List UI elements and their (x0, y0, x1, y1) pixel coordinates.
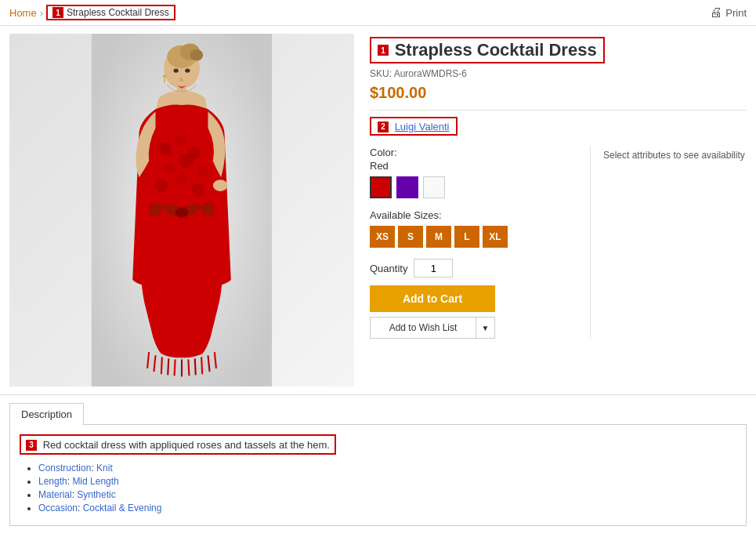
product-layout: 1 Strapless Cocktail Dress SKU: AuroraWM… (0, 26, 756, 394)
product-image-svg (9, 34, 354, 386)
svg-point-30 (163, 74, 166, 78)
product-image (9, 34, 354, 386)
svg-point-27 (213, 180, 228, 191)
product-title-wrap: 1 Strapless Cocktail Dress (370, 37, 605, 63)
size-btn-m[interactable]: M (426, 226, 451, 248)
sku-value: AuroraWMDRS-6 (394, 68, 467, 79)
spec-value: Mid Length (72, 476, 118, 487)
color-name: Red (370, 160, 582, 172)
quantity-row: Quantity (370, 259, 582, 278)
size-btn-xl[interactable]: XL (483, 226, 508, 248)
spec-label: Construction (38, 463, 91, 474)
availability-text: Select attributes to see availability (603, 150, 745, 161)
breadcrumb-current-label: Strapless Cocktail Dress (67, 7, 169, 18)
print-label: Print (725, 7, 747, 19)
desc-tab[interactable]: Description (9, 403, 84, 425)
desc-text: Red cocktail dress with appliqued roses … (43, 439, 330, 451)
spec-item: Occasion: Cocktail & Evening (38, 503, 736, 513)
add-wish-button[interactable]: Add to Wish List (370, 317, 476, 339)
desc-num: 3 (26, 440, 37, 451)
swatch-red[interactable] (370, 176, 392, 198)
svg-line-19 (168, 358, 168, 375)
spec-value: Cocktail & Evening (83, 503, 162, 513)
sku-label: SKU: (370, 68, 392, 79)
qty-input[interactable] (414, 259, 453, 278)
svg-line-18 (161, 357, 162, 374)
svg-line-20 (175, 359, 175, 376)
svg-line-22 (188, 359, 189, 376)
attr-avail-row: Color: Red Available Sizes: XSSMLXL Quan… (370, 147, 747, 339)
size-btn-xs[interactable]: XS (370, 226, 395, 248)
product-details: 1 Strapless Cocktail Dress SKU: AuroraWM… (370, 34, 747, 386)
svg-point-28 (174, 68, 179, 72)
svg-point-12 (154, 179, 168, 192)
breadcrumb-current: 1 Strapless Cocktail Dress (46, 5, 175, 20)
svg-line-23 (195, 358, 196, 375)
chevron-down-icon: ▼ (482, 324, 490, 332)
size-btn-s[interactable]: S (398, 226, 423, 248)
spec-label: Material (38, 489, 72, 500)
print-icon: 🖨 (710, 5, 722, 20)
add-to-cart-button[interactable]: Add to Cart (370, 285, 495, 312)
svg-point-11 (197, 165, 208, 177)
color-swatches (370, 176, 582, 198)
attr-section: Color: Red Available Sizes: XSSMLXL Quan… (370, 147, 590, 339)
svg-point-10 (179, 154, 194, 169)
print-button[interactable]: 🖨 Print (710, 5, 747, 20)
product-image-wrap (9, 34, 354, 386)
spec-item: Material: Synthetic (38, 489, 736, 500)
breadcrumb-sep: › (40, 7, 43, 19)
page-wrapper: Home › 1 Strapless Cocktail Dress 🖨 Prin… (0, 0, 756, 534)
svg-point-4 (190, 49, 203, 61)
sku: SKU: AuroraWMDRS-6 (370, 68, 747, 79)
price: $100.00 (370, 84, 747, 102)
brand-wrap: 2 Luigi Valenti (370, 117, 458, 136)
product-title: Strapless Cocktail Dress (395, 40, 597, 60)
divider (370, 110, 747, 111)
specs-list: Construction: KnitLength: Mid LengthMate… (20, 463, 736, 513)
breadcrumb: Home › 1 Strapless Cocktail Dress (9, 5, 175, 20)
wish-row: Add to Wish List ▼ (370, 317, 495, 339)
desc-content: 3 Red cocktail dress with appliqued rose… (9, 424, 747, 526)
svg-point-6 (159, 142, 172, 155)
wish-dropdown-button[interactable]: ▼ (476, 317, 495, 339)
brand-num: 2 (378, 122, 389, 132)
avail-section: Select attributes to see availability (590, 147, 747, 339)
breadcrumb-num: 1 (52, 7, 63, 18)
spec-value: Knit (96, 463, 113, 474)
spec-item: Length: Mid Length (38, 476, 736, 487)
brand-link[interactable]: Luigi Valenti (395, 121, 450, 132)
desc-text-wrap: 3 Red cocktail dress with appliqued rose… (20, 434, 336, 455)
svg-point-29 (185, 68, 190, 72)
spec-label: Length (38, 476, 67, 487)
spec-value: Synthetic (77, 489, 115, 500)
size-btn-l[interactable]: L (454, 226, 479, 248)
spec-item: Construction: Knit (38, 463, 736, 474)
size-buttons: XSSMLXL (370, 226, 582, 248)
home-link[interactable]: Home (9, 7, 37, 19)
svg-point-9 (164, 163, 175, 175)
swatch-purple[interactable] (396, 176, 418, 198)
qty-label: Quantity (370, 263, 407, 274)
desc-section: Description 3 Red cocktail dress with ap… (0, 394, 756, 534)
swatch-placeholder (423, 176, 445, 198)
sizes-label: Available Sizes: (370, 209, 582, 221)
svg-point-15 (175, 208, 189, 218)
color-label: Color: (370, 147, 582, 158)
svg-line-24 (201, 357, 202, 374)
spec-label: Occasion (38, 503, 78, 513)
svg-point-14 (192, 183, 205, 196)
product-num: 1 (378, 45, 389, 56)
svg-point-13 (176, 174, 188, 186)
svg-point-7 (175, 135, 186, 147)
